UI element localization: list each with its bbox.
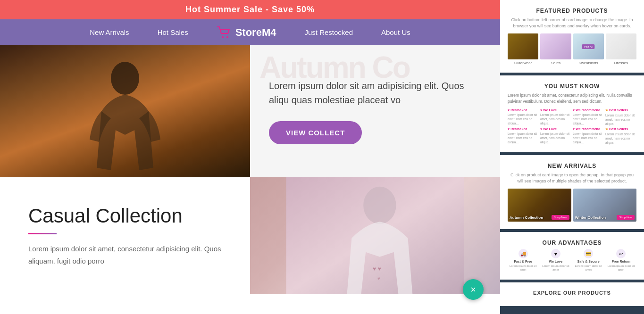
close-button[interactable]: × xyxy=(463,279,484,300)
hero-bottom-left-content: Casual Collection Lorem ipsum dolor sit … xyxy=(0,177,250,294)
advantage-we-love-text: Lorem ipsum dolor sit amet xyxy=(540,264,571,272)
new-arrivals-panel-section: NEW ARRIVALS Click on product card image… xyxy=(500,155,644,232)
must-know-label-1: Restocked xyxy=(510,108,527,112)
card-icon: 💳 xyxy=(584,249,593,258)
must-know-label-8: Best Sellers xyxy=(609,127,628,131)
must-know-header-3: ♥ We recommend xyxy=(573,108,604,112)
featured-item-dresses[interactable]: Dresses xyxy=(606,33,636,65)
you-must-know-section: YOU MUST KNOW Lorem ipsum dolor sit amet… xyxy=(500,75,644,155)
explore-products-section: EXPLORE OUR PRODUCTS xyxy=(500,282,644,309)
must-know-header-8: ★ Best Sellers xyxy=(605,127,636,131)
new-arrivals-grid: Autumn Collection Shop Now Winter Collec… xyxy=(508,189,636,222)
heart-icon-6: ♥ xyxy=(540,127,542,131)
must-know-label-7: We recommend xyxy=(576,127,600,131)
fashion-photo-bg: ♥ ♥ ♥ xyxy=(250,177,500,294)
svg-point-0 xyxy=(222,36,224,38)
return-icon: ↩ xyxy=(616,249,626,258)
heart-icon-3: ♥ xyxy=(573,108,575,112)
must-know-header-2: ♥ We Love xyxy=(540,108,571,112)
svg-text:♥: ♥ xyxy=(377,276,380,281)
featured-products-grid: Outerwear Shirts Visit All Sweatshirts D… xyxy=(508,33,636,65)
hero-lorem-text: Lorem ipsum dolor sit am adipisicing eli… xyxy=(269,79,481,107)
must-know-body-6: Lorem ipsum dolor sit amet, nam eos no a… xyxy=(540,132,571,144)
hero-top-right-content: Autumn Co Lorem ipsum dolor sit am adipi… xyxy=(250,45,500,177)
advantage-free-return-title: Free Return xyxy=(612,260,630,263)
featured-item-shirts[interactable]: Shirts xyxy=(540,33,571,65)
must-know-label-3: We recommend xyxy=(576,108,600,112)
dresses-image xyxy=(606,33,636,59)
svg-point-4 xyxy=(363,187,396,224)
nav-about-us[interactable]: About Us xyxy=(381,28,410,36)
dresses-label: Dresses xyxy=(614,61,628,65)
autumn-collection-caption: Autumn Collection xyxy=(510,215,543,220)
heart-icon-2: ♥ xyxy=(540,108,542,112)
new-arrival-winter[interactable]: Winter Collection Shop Now xyxy=(573,189,637,222)
advantage-fast-free-text: Lorem ipsum dolor sit amet xyxy=(508,264,538,272)
nav-just-restocked[interactable]: Just Restocked xyxy=(304,28,353,36)
navbar: New Arrivals Hot Sales StoreM4 Just Rest… xyxy=(0,19,500,45)
must-know-body-2: Lorem ipsum dolor sit amet, nam eos no a… xyxy=(540,113,571,125)
sweatshirts-image: Visit All xyxy=(573,33,604,59)
must-know-grid: ♥ Restocked Lorem ipsum dolor sit amet, … xyxy=(508,108,636,145)
new-arrival-autumn[interactable]: Autumn Collection Shop Now xyxy=(508,189,571,222)
featured-item-outerwear[interactable]: Outerwear xyxy=(508,33,538,65)
featured-products-section: FEATURED PRODUCTS Click on bottom left c… xyxy=(500,0,644,75)
hero-bottom-section: Casual Collection Lorem ipsum dolor sit … xyxy=(0,177,500,294)
our-advantages-title: OUR ADVANTAGES xyxy=(508,240,636,246)
must-know-body-8: Lorem ipsum dolor sit amet, nam eos no a… xyxy=(605,132,636,145)
star-icon-2: ★ xyxy=(605,127,608,131)
must-know-we-love-2: ♥ We Love Lorem ipsum dolor sit amet, na… xyxy=(540,127,571,145)
truck-icon: 🚚 xyxy=(519,249,528,258)
must-know-best-sellers-1: ★ Best Sellers Lorem ipsum dolor sit ame… xyxy=(605,108,636,126)
explore-products-title: EXPLORE OUR PRODUCTS xyxy=(508,290,636,296)
must-know-we-recommend-2: ♥ We recommend Lorem ipsum dolor sit ame… xyxy=(573,127,604,145)
must-know-label-6: We Love xyxy=(543,127,557,131)
advantage-free-return: ↩ Free Return Lorem ipsum dolor sit amet xyxy=(606,249,636,272)
featured-item-sweatshirts[interactable]: Visit All Sweatshirts xyxy=(573,33,604,65)
hero-bottom-right-image: ♥ ♥ ♥ xyxy=(250,177,500,294)
must-know-header-5: ♥ Restocked xyxy=(508,127,539,131)
must-know-body-1: Lorem ipsum dolor sit amet, nam eos no a… xyxy=(508,113,539,125)
must-know-body-3: Lorem ipsum dolor sit amet, nam eos no a… xyxy=(573,113,604,125)
nav-new-arrivals[interactable]: New Arrivals xyxy=(90,28,129,36)
advantage-fast-free: 🚚 Fast & Free Lorem ipsum dolor sit amet xyxy=(508,249,538,272)
view-collection-button[interactable]: VIEW COLLECT xyxy=(269,121,362,144)
outerwear-image xyxy=(508,33,538,59)
advantage-we-love-title: We Love xyxy=(549,260,563,263)
star-icon-1: ★ xyxy=(605,108,608,112)
must-know-we-recommend: ♥ We recommend Lorem ipsum dolor sit ame… xyxy=(573,108,604,126)
winter-shop-now-btn[interactable]: Shop Now xyxy=(617,215,635,220)
advantage-we-love: ♥ We Love Lorem ipsum dolor sit amet xyxy=(540,249,571,272)
must-know-header-6: ♥ We Love xyxy=(540,127,571,131)
advantage-safe-secure: 💳 Safe & Secure Lorem ipsum dolor sit am… xyxy=(573,249,604,272)
you-must-know-title: YOU MUST KNOW xyxy=(508,83,636,90)
autumn-shop-now-btn[interactable]: Shop Now xyxy=(552,215,569,220)
casual-collection-text: Lorem ipsum dolor sit amet, consectetur … xyxy=(28,243,222,267)
main-content-area: Hot Summer Sale - Save 50% New Arrivals … xyxy=(0,0,500,314)
heart-icon-7: ♥ xyxy=(573,127,575,131)
must-know-label-2: We Love xyxy=(543,108,557,112)
advantage-fast-free-title: Fast & Free xyxy=(514,260,532,263)
casual-collection-heading: Casual Collection xyxy=(28,205,222,227)
must-know-label-5: Restocked xyxy=(510,127,527,131)
hero-top-left-image xyxy=(0,45,250,177)
nav-hot-sales[interactable]: Hot Sales xyxy=(158,28,188,36)
logo-text: StoreM4 xyxy=(235,26,276,39)
shirts-image xyxy=(540,33,571,59)
must-know-header-1: ♥ Restocked xyxy=(508,108,539,112)
featured-products-subtitle: Click on bottom left corner of card imag… xyxy=(508,17,636,29)
heart-icon-5: ♥ xyxy=(508,127,510,131)
hero-top-section: Autumn Co Lorem ipsum dolor sit am adipi… xyxy=(0,45,500,177)
logo[interactable]: StoreM4 xyxy=(217,26,276,39)
fashion-photo-overlay: ♥ ♥ ♥ xyxy=(250,177,500,294)
svg-point-2 xyxy=(111,62,139,95)
heading-underline xyxy=(28,233,57,234)
outerwear-label: Outerwear xyxy=(514,61,532,65)
hero-background xyxy=(0,45,250,177)
advantage-safe-secure-title: Safe & Secure xyxy=(577,260,600,263)
shirts-label: Shirts xyxy=(551,61,560,65)
right-panel: FEATURED PRODUCTS Click on bottom left c… xyxy=(500,0,644,314)
must-know-body-7: Lorem ipsum dolor sit amet, nam eos no a… xyxy=(573,132,604,144)
heart-advantage-icon: ♥ xyxy=(551,249,560,258)
must-know-body-5: Lorem ipsum dolor sit amet, nam eos no a… xyxy=(508,132,539,144)
